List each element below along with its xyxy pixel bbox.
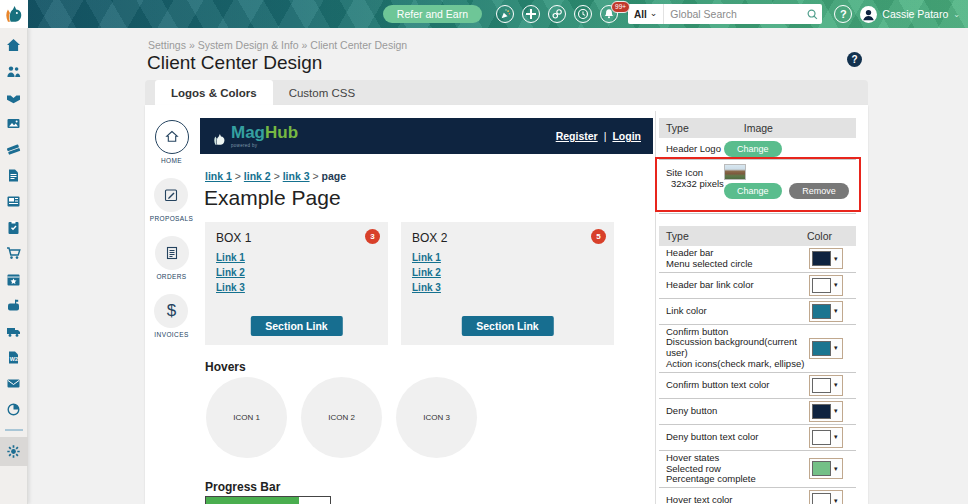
color-table-header: Type Color — [659, 226, 856, 246]
sidebar-item-media[interactable] — [6, 115, 22, 131]
hover-icon-3[interactable]: ICON 3 — [396, 377, 477, 458]
preview-breadcrumb-link[interactable]: link 2 — [244, 170, 271, 182]
color-row-label: Deny button — [666, 406, 809, 417]
color-row-label: Hover text color — [666, 495, 809, 504]
sidebar-item-settings-selected[interactable] — [0, 437, 28, 466]
sidebar-item-events[interactable] — [6, 271, 22, 287]
user-menu[interactable]: Cassie Pataro ⌄ — [860, 6, 960, 23]
color-picker-dropdown[interactable]: ▾ — [809, 375, 843, 396]
calendar-star-icon — [6, 272, 21, 287]
breadcrumb-system-design[interactable]: System Design & Info — [198, 39, 299, 51]
change-site-icon-button[interactable]: Change — [724, 183, 782, 199]
tab-logos-and-colors[interactable]: Logos & Colors — [155, 80, 273, 105]
color-row-deny-text: Deny button text color ▾ — [659, 425, 856, 451]
global-search-input[interactable] — [664, 4, 802, 24]
sidebar-item-contacts[interactable] — [6, 63, 22, 79]
hover-icon-2[interactable]: ICON 2 — [301, 377, 382, 458]
color-row-hover-text: Hover text color ▾ — [659, 488, 856, 504]
preview-nav-proposals[interactable]: PROPOSALS — [150, 178, 194, 222]
sidebar-item-email[interactable] — [6, 375, 22, 391]
color-picker-dropdown[interactable]: ▾ — [809, 248, 843, 269]
box-link[interactable]: Link 2 — [216, 267, 377, 278]
tab-custom-css[interactable]: Custom CSS — [273, 80, 371, 105]
sidebar-item-deals[interactable] — [6, 89, 22, 105]
remove-site-icon-button[interactable]: Remove — [789, 183, 849, 199]
chevron-down-icon: ▾ — [834, 307, 838, 315]
color-swatch — [812, 251, 831, 266]
color-picker-dropdown[interactable]: ▾ — [809, 338, 843, 359]
preview-page-title: Example Page — [204, 186, 655, 210]
sidebar-item-publications[interactable] — [6, 193, 22, 209]
login-link[interactable]: Login — [612, 130, 641, 142]
sidebar-item-proposals[interactable] — [6, 167, 22, 183]
add-icon[interactable] — [522, 5, 540, 23]
sidebar-item-reports[interactable] — [6, 401, 22, 417]
search-icon — [806, 8, 819, 21]
refer-and-earn-button[interactable]: Refer and Earn — [383, 5, 482, 23]
color-picker-dropdown[interactable]: ▾ — [809, 301, 843, 322]
section-link-button[interactable]: Section Link — [461, 316, 553, 336]
preview-nav-orders[interactable]: ORDERS — [155, 236, 189, 280]
color-row-link-color: Link color ▾ — [659, 299, 856, 325]
preview-nav-invoices[interactable]: $ INVOICES — [154, 294, 188, 338]
page-help-icon[interactable]: ? — [847, 52, 862, 67]
users-icon — [6, 64, 21, 79]
hover-icons: ICON 1 ICON 2 ICON 3 — [206, 377, 655, 458]
mailbox-icon — [6, 298, 21, 313]
chevron-down-icon: ⌄ — [650, 8, 658, 18]
color-picker-dropdown[interactable]: ▾ — [809, 427, 843, 448]
help-icon[interactable]: ? — [834, 5, 852, 23]
avatar — [860, 6, 877, 23]
maghub-logo[interactable] — [0, 0, 28, 28]
auth-divider: | — [604, 130, 607, 142]
preview-nav-label: INVOICES — [154, 331, 188, 338]
box-link[interactable]: Link 1 — [216, 252, 377, 263]
top-bar: Refer and Earn — [0, 0, 968, 28]
color-picker-dropdown[interactable]: ▾ — [809, 490, 843, 504]
color-picker-dropdown[interactable]: ▾ — [809, 275, 843, 296]
preview-breadcrumb-link[interactable]: link 1 — [205, 170, 232, 182]
link-icon[interactable] — [548, 5, 566, 23]
preview-breadcrumb-link[interactable]: link 3 — [283, 170, 310, 182]
sidebar-item-orders[interactable] — [6, 245, 22, 261]
column-header-type: Type — [666, 230, 689, 242]
chevron-down-icon: ▾ — [834, 344, 838, 352]
sidebar-item-home[interactable] — [6, 37, 22, 53]
preview-header-bar: MagHub powered by Register | Login — [200, 118, 653, 154]
preview-nav-home[interactable]: HOME — [155, 120, 189, 164]
box-link[interactable]: Link 3 — [216, 282, 377, 293]
hover-icon-1[interactable]: ICON 1 — [206, 377, 287, 458]
sidebar-item-tickets[interactable] — [6, 141, 22, 157]
progress-bar-fill — [206, 497, 299, 504]
breadcrumb-settings[interactable]: Settings — [148, 39, 186, 51]
preview-nav-label: HOME — [161, 157, 182, 164]
chevron-down-icon: ▾ — [834, 497, 838, 504]
box-link[interactable]: Link 1 — [412, 252, 603, 263]
search-scope-dropdown[interactable]: All ⌄ — [628, 4, 664, 24]
brand-hub: Hub — [265, 123, 298, 142]
breadcrumb-separator: » — [189, 39, 195, 51]
color-swatch — [812, 378, 831, 393]
celebrate-icon[interactable] — [496, 5, 514, 23]
sidebar-item-w2-forms[interactable]: W2 — [6, 349, 22, 365]
sidebar-item-shipping[interactable] — [6, 323, 22, 339]
color-picker-dropdown[interactable]: ▾ — [809, 458, 843, 479]
sidebar-item-mailbox[interactable] — [6, 297, 22, 313]
change-header-logo-button[interactable]: Change — [724, 141, 782, 157]
notifications-bell-icon[interactable]: 99+ — [600, 5, 618, 23]
breadcrumb-current: Client Center Design — [310, 39, 407, 51]
gear-icon — [6, 444, 21, 459]
box-link[interactable]: Link 2 — [412, 267, 603, 278]
history-icon[interactable] — [574, 5, 592, 23]
table-row-header-logo: Header Logo Change — [659, 138, 856, 160]
color-swatch — [812, 404, 831, 419]
box-link[interactable]: Link 3 — [412, 282, 603, 293]
section-link-button[interactable]: Section Link — [250, 316, 342, 336]
register-link[interactable]: Register — [556, 130, 598, 142]
color-picker-dropdown[interactable]: ▾ — [809, 401, 843, 422]
sidebar-item-tasks[interactable] — [6, 219, 22, 235]
search-submit-button[interactable] — [802, 4, 822, 24]
logos-and-colors-panel: HOME PROPOSALS — [145, 105, 868, 504]
color-row-hover-states: Hover states Selected row Percentage com… — [659, 451, 856, 488]
color-row-label: Percentage complete — [666, 474, 809, 485]
